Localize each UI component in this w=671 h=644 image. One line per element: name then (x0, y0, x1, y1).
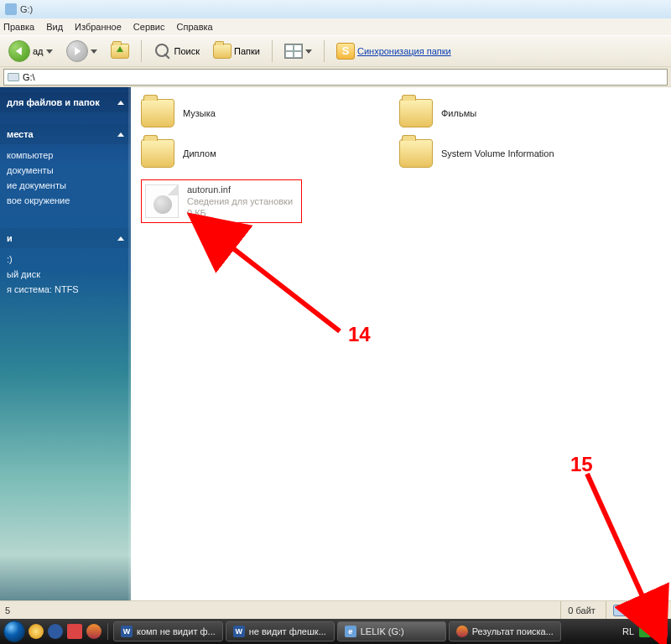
taskbar-item[interactable]: W не видит флешк... (226, 621, 335, 641)
taskbar-item[interactable]: e LELIK (G:) (337, 621, 446, 641)
file-info: autorun.inf Сведения для установки 0 КБ (187, 184, 293, 219)
folder-item[interactable]: Диплом (141, 139, 359, 168)
file-name: autorun.inf (187, 184, 293, 195)
views-icon (284, 44, 303, 59)
separator (272, 40, 273, 62)
quicklaunch-icon[interactable] (48, 624, 63, 639)
collapse-icon (117, 236, 124, 241)
annotation-number-15: 15 (570, 453, 593, 476)
drive-icon (5, 3, 17, 15)
sidebar-section-label: места (7, 129, 34, 139)
menu-bar: Правка Вид Избранное Сервис Справка (0, 18, 671, 35)
sidebar-detail-type: ый диск (5, 267, 126, 282)
taskbar-item-label: не видит флешк... (249, 626, 326, 636)
file-pane[interactable]: Музыка Фильмы Диплом System Volume Infor… (131, 87, 671, 607)
window-title: G:) (20, 4, 33, 14)
folder-item[interactable]: Фильмы (399, 99, 617, 127)
tray-icon[interactable] (656, 626, 668, 637)
sidebar-item-computer[interactable]: компьютер (5, 148, 126, 163)
firefox-icon (456, 626, 468, 637)
inf-file-icon (145, 184, 179, 218)
back-button[interactable]: ад (5, 39, 56, 64)
menu-view[interactable]: Вид (46, 22, 63, 32)
search-label: Поиск (174, 46, 200, 56)
menu-tools[interactable]: Сервис (133, 22, 165, 32)
separator (141, 40, 142, 62)
folder-name: System Volume Information (441, 148, 554, 158)
start-button[interactable] (3, 621, 25, 642)
address-input[interactable]: G:\ (3, 69, 668, 86)
folder-up-icon (111, 44, 129, 59)
address-row: G:\ (0, 67, 671, 87)
folder-item[interactable]: Музыка (141, 99, 359, 127)
sidebar-section-label: и (7, 233, 13, 243)
sidebar: для файлов и папок места компьютер докум… (0, 87, 131, 607)
taskbar-item-label: комп не видит ф... (137, 626, 216, 636)
sidebar-item-documents[interactable]: документы (5, 163, 126, 178)
folder-icon (213, 44, 231, 59)
folder-icon (141, 139, 174, 168)
search-button[interactable]: Поиск (150, 40, 203, 62)
folder-item[interactable]: System Volume Information (399, 139, 617, 168)
toolbar: ад Поиск Папки S Синхронизация папки (0, 35, 671, 67)
computer-icon (613, 605, 627, 616)
explorer-icon: e (345, 626, 356, 637)
views-button[interactable] (281, 42, 315, 60)
annotation-number-14: 14 (348, 323, 371, 346)
forward-button[interactable] (63, 39, 101, 64)
chevron-down-icon (91, 49, 97, 54)
sidebar-item-shared-docs[interactable]: ие документы (5, 178, 126, 193)
up-button[interactable] (107, 42, 133, 60)
file-type: Сведения для установки (187, 195, 293, 207)
taskbar-item-label: Результат поиска... (472, 626, 554, 636)
folder-name: Музыка (183, 108, 216, 118)
back-icon (8, 40, 30, 62)
folder-name: Диплом (183, 148, 216, 158)
folder-icon (399, 139, 433, 168)
tray-icon[interactable] (639, 626, 651, 637)
input-lang[interactable]: RL (622, 626, 634, 636)
folder-name: Фильмы (441, 108, 476, 118)
folders-button[interactable]: Папки (210, 42, 263, 60)
forward-icon (66, 40, 88, 62)
taskbar: W комп не видит ф... W не видит флешк...… (0, 619, 671, 644)
taskbar-item[interactable]: Результат поиска... (449, 621, 561, 641)
file-item-selected[interactable]: autorun.inf Сведения для установки 0 КБ (141, 179, 302, 223)
folders-label: Папки (234, 46, 260, 56)
chevron-down-icon (305, 49, 312, 54)
sync-icon: S (336, 43, 355, 60)
chevron-down-icon (46, 49, 53, 54)
title-bar: G:) (0, 0, 671, 18)
taskbar-item[interactable]: W комп не видит ф... (113, 621, 223, 641)
status-bar: 5 0 байт Мой кoм (0, 600, 671, 619)
collapse-icon (117, 101, 124, 105)
quicklaunch-icon[interactable] (29, 624, 44, 639)
search-icon (153, 42, 172, 60)
word-icon: W (233, 626, 245, 637)
system-tray: RL (622, 626, 668, 637)
separator (324, 40, 325, 62)
sidebar-section-places[interactable]: места (0, 124, 131, 144)
menu-favorites[interactable]: Избранное (75, 22, 122, 32)
drive-icon (8, 73, 19, 81)
sidebar-item-network[interactable]: вое окружение (5, 193, 126, 208)
menu-edit[interactable]: Правка (3, 22, 34, 32)
back-label: ад (33, 46, 44, 56)
sidebar-detail-fs: я система: NTFS (5, 282, 126, 297)
quicklaunch-icon[interactable] (86, 624, 101, 639)
collapse-icon (117, 132, 124, 137)
taskbar-item-label: LELIK (G:) (361, 626, 404, 636)
status-count: 5 (5, 605, 10, 615)
sidebar-section-label: для файлов и папок (7, 97, 100, 107)
status-size: 0 байт (560, 601, 596, 619)
sidebar-section-details[interactable]: и (0, 228, 131, 248)
address-path: G:\ (23, 72, 35, 82)
sidebar-section-tasks[interactable]: для файлов и папок (0, 92, 131, 112)
file-size: 0 КБ (187, 207, 293, 219)
menu-help[interactable]: Справка (177, 22, 213, 32)
sync-button[interactable]: S Синхронизация папки (333, 41, 455, 61)
quicklaunch-icon[interactable] (67, 624, 82, 639)
word-icon: W (121, 626, 133, 637)
sync-label: Синхронизация папки (357, 46, 451, 56)
sidebar-detail-drive: :) (5, 252, 126, 267)
